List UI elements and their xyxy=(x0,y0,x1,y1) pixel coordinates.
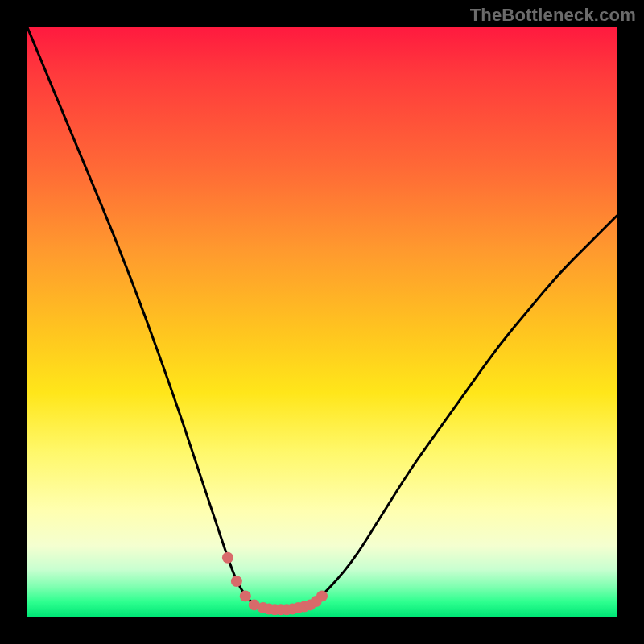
chart-svg xyxy=(27,27,617,617)
chart-frame: TheBottleneck.com xyxy=(0,0,644,644)
bottleneck-curve xyxy=(27,27,617,609)
watermark-text: TheBottleneck.com xyxy=(470,5,636,26)
trough-marker xyxy=(316,590,328,601)
trough-markers xyxy=(222,552,328,615)
trough-marker xyxy=(231,576,242,587)
trough-marker xyxy=(240,590,251,601)
curve-layer xyxy=(27,27,617,609)
trough-marker xyxy=(222,552,233,564)
plot-area xyxy=(27,27,617,617)
